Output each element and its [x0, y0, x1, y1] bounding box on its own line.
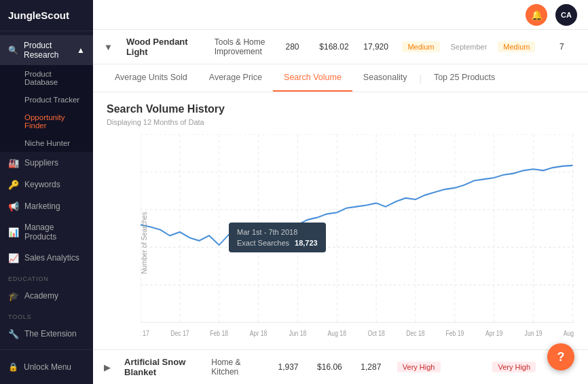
tab-top-25[interactable]: Top 25 Products	[423, 64, 506, 92]
bottom-product-revenue: 1,287	[356, 362, 386, 372]
sales-analytics-label: Sales Analytics	[24, 253, 79, 263]
sidebar-item-the-extension[interactable]: 🔧 The Extension	[0, 323, 93, 345]
tab-avg-units[interactable]: Average Units Sold	[104, 64, 198, 92]
sidebar-item-keywords[interactable]: 🔑 Keywords	[0, 174, 93, 195]
svg-text:Oct 18: Oct 18	[367, 329, 384, 337]
product-row-snow-blanket: ▶ Artificial Snow Blanket Home & Kitchen…	[93, 349, 588, 384]
svg-text:Dec 18: Dec 18	[406, 329, 424, 337]
bottom-product-units: 1,937	[273, 362, 304, 372]
svg-text:Jun 18: Jun 18	[289, 329, 306, 337]
svg-text:Oct 17: Oct 17	[141, 329, 149, 337]
sidebar-item-niche-hunter[interactable]: Niche Hunter	[0, 134, 93, 152]
academy-label: Academy	[24, 291, 58, 301]
svg-text:Feb 18: Feb 18	[210, 329, 228, 337]
bottom-product-name: Artificial Snow Blanket	[124, 357, 200, 377]
chart-svg: 0 K 10 K 20 K 30 K 40 K 50 K Oct 17 Dec …	[141, 134, 574, 349]
product-price: $168.02	[318, 42, 350, 52]
tabs-bar: Average Units Sold Average Price Search …	[93, 64, 588, 92]
svg-text:Dec 17: Dec 17	[170, 329, 189, 337]
sidebar-item-the-market[interactable]: 🛒 The Market	[0, 345, 93, 349]
bottom-product-category: Home & Kitchen	[211, 358, 262, 377]
bottom-product-trend: Very High	[492, 362, 536, 372]
product-name: Wood Pendant Light	[126, 37, 204, 57]
unlock-menu-button[interactable]: 🔒 Unlock Menu	[8, 358, 85, 376]
topbar: 🔔 CA	[93, 0, 588, 30]
sidebar-item-product-database[interactable]: Product Database	[0, 65, 93, 91]
tab-divider: |	[418, 73, 422, 83]
marketing-label: Marketing	[24, 201, 60, 211]
sidebar-nav: 🔍 Product Research ▲ Product Database Pr…	[0, 31, 93, 349]
svg-text:Apr 18: Apr 18	[250, 329, 267, 337]
product-research-icon: 🔍	[8, 45, 18, 55]
product-revenue: 17,920	[361, 42, 392, 52]
chart-subtitle: Displaying 12 Months of Data	[107, 118, 574, 126]
product-competition: Medium	[402, 41, 439, 52]
product-row-toggle[interactable]: ▼	[104, 42, 113, 52]
svg-text:Feb 19: Feb 19	[445, 329, 464, 337]
tab-avg-price[interactable]: Average Price	[198, 64, 273, 92]
tab-search-volume[interactable]: Search Volume	[273, 64, 352, 92]
lock-icon: 🔒	[8, 362, 18, 372]
product-row-wood-pendant: ▼ Wood Pendant Light Tools & Home Improv…	[93, 30, 588, 64]
product-research-label: Product Research	[24, 41, 77, 60]
app-logo: JungleScout	[0, 0, 93, 31]
suppliers-icon: 🏭	[8, 157, 19, 168]
product-listing-score-label: September	[451, 43, 488, 51]
suppliers-label: Suppliers	[24, 158, 58, 168]
sidebar-item-marketing[interactable]: 📢 Marketing	[0, 195, 93, 217]
extension-label: The Extension	[24, 329, 77, 339]
marketing-icon: 📢	[8, 201, 19, 212]
chart-container: Number of Searches	[107, 134, 574, 349]
svg-text:Aug 18: Aug 18	[328, 329, 346, 337]
manage-products-icon: 📊	[8, 227, 19, 237]
product-units: 280	[277, 42, 308, 52]
chart-title: Search Volume History	[107, 103, 574, 115]
sales-analytics-icon: 📈	[8, 252, 19, 263]
education-section-label: EDUCATION	[0, 269, 93, 285]
bottom-row-toggle[interactable]: ▶	[104, 362, 111, 372]
chevron-up-icon: ▲	[77, 45, 85, 55]
academy-icon: 🎓	[8, 290, 19, 301]
sidebar-item-manage-products[interactable]: 📊 Manage Products	[0, 217, 93, 247]
notifications-button[interactable]: 🔔	[526, 4, 547, 26]
extension-icon: 🔧	[8, 328, 19, 339]
chart-area: Search Volume History Displaying 12 Mont…	[93, 92, 588, 349]
main-content: 🔔 CA ▼ Wood Pendant Light Tools & Home I…	[93, 0, 588, 384]
product-category: Tools & Home Improvement	[215, 37, 266, 56]
svg-text:Apr 19: Apr 19	[485, 329, 502, 337]
product-research-submenu: Product Database Product Tracker Opportu…	[0, 65, 93, 152]
product-rating: 7	[546, 42, 577, 52]
user-avatar[interactable]: CA	[555, 4, 577, 26]
svg-text:Jun 19: Jun 19	[525, 329, 543, 337]
sidebar-item-sales-analytics[interactable]: 📈 Sales Analytics	[0, 247, 93, 269]
tab-seasonality[interactable]: Seasonality	[352, 64, 418, 92]
bottom-product-price: $16.06	[314, 362, 345, 372]
tools-section-label: TOOLS	[0, 307, 93, 323]
search-volume-line	[141, 166, 572, 245]
help-button[interactable]: ?	[547, 343, 574, 370]
keywords-label: Keywords	[24, 180, 60, 189]
sidebar-item-opportunity-finder[interactable]: Opportunity Finder	[0, 109, 93, 134]
tooltip-marker	[236, 232, 242, 239]
sidebar-item-product-tracker[interactable]: Product Tracker	[0, 91, 93, 109]
manage-products-label: Manage Products	[24, 223, 85, 242]
sidebar-item-academy[interactable]: 🎓 Academy	[0, 285, 93, 307]
app-name: JungleScout	[8, 9, 69, 21]
bottom-product-competition: Very High	[397, 362, 441, 372]
keywords-icon: 🔑	[8, 179, 19, 190]
sidebar-item-suppliers[interactable]: 🏭 Suppliers	[0, 152, 93, 174]
sidebar-bottom: 🔒 Unlock Menu	[0, 349, 93, 384]
sidebar: JungleScout 🔍 Product Research ▲ Product…	[0, 0, 93, 384]
y-axis-label: Number of Searches	[141, 212, 148, 274]
unlock-menu-label: Unlock Menu	[24, 362, 71, 372]
svg-text:Aug 19: Aug 19	[564, 329, 574, 337]
sidebar-item-product-research[interactable]: 🔍 Product Research ▲	[0, 35, 93, 65]
product-trend: Medium	[498, 41, 535, 52]
